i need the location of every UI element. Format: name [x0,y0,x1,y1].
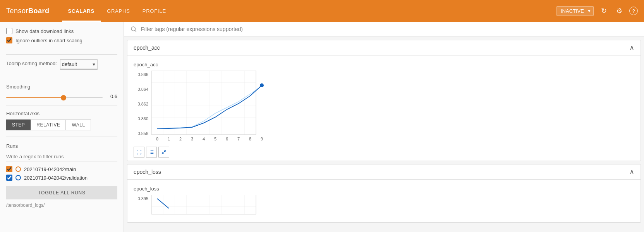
expand-chart-button[interactable] [134,147,144,158]
smoothing-label: Smoothing [6,84,117,90]
run-item-train: 20210719-042042/train [6,166,117,172]
y-label-4: 0.864 [137,87,148,92]
svg-rect-10 [151,195,256,214]
data-chart-button[interactable] [146,147,157,158]
y-label-2: 0.860 [137,116,148,121]
toggle-all-runs-button[interactable]: TOGGLE ALL RUNS [6,186,117,199]
end-dot [260,83,264,87]
show-download-checkbox[interactable] [6,28,12,34]
epoch-acc-section: epoch_acc ∧ epoch_acc 0.866 0.864 0.862 … [127,40,641,161]
x-label-0: 0 [156,137,158,141]
svg-line-1 [135,30,136,31]
show-download-label: Show data download links [15,28,74,34]
nav-profile[interactable]: PROFILE [136,0,172,22]
epoch-loss-collapse-button[interactable]: ∧ [629,168,634,175]
logs-path: /tensorboard_logs/ [6,203,117,208]
ignore-outliers-label: Ignore outliers in chart scaling [15,38,82,43]
divider-4 [6,137,117,137]
x-label-7: 7 [237,137,240,141]
axis-wall-button[interactable]: WALL [66,119,91,130]
x-label-1: 1 [168,137,170,141]
epoch-acc-chart-actions [134,147,631,158]
smoothing-section: Smoothing 0.6 [6,84,117,99]
epoch-acc-chart-area: 0.866 0.864 0.862 0.860 0.858 [134,71,631,144]
x-label-5: 5 [214,137,216,141]
logo: TensorBoard [6,7,50,15]
epoch-loss-svg [151,195,268,218]
y-label-3: 0.862 [137,102,148,106]
help-icon[interactable]: ? [629,7,638,15]
svg-point-0 [131,27,136,31]
epoch-acc-chart-container: epoch_acc 0.866 0.864 0.862 0.860 0.858 [127,55,641,161]
chart-svg-wrapper: 0 1 2 3 4 5 6 7 8 9 [151,71,268,144]
main-content: epoch_acc ∧ epoch_acc 0.866 0.864 0.862 … [124,22,644,232]
runs-header: Runs [6,143,117,149]
smoothing-slider-container [6,93,103,99]
x-label-4: 4 [203,137,205,141]
epoch-loss-title: epoch_loss [134,169,161,175]
x-label-8: 8 [249,137,251,141]
refresh-icon[interactable]: ↻ [598,5,609,16]
divider-1 [6,54,117,55]
y-axis-labels: 0.866 0.864 0.862 0.860 0.858 [134,71,150,144]
search-icon [130,26,137,33]
loss-y-axis: 0.395 [134,195,150,219]
x-label-9: 9 [261,137,263,141]
run-train-checkbox[interactable] [6,166,12,172]
y-label-5: 0.866 [137,72,148,77]
y-label-1: 0.858 [137,131,148,136]
status-select[interactable]: INACTIVE ACTIVE [556,6,594,16]
epoch-loss-section: epoch_loss ∧ epoch_loss 0.395 [127,164,641,223]
sidebar: Show data download links Ignore outliers… [0,22,124,232]
epoch-acc-title: epoch_acc [134,45,160,51]
run-validation-color [15,175,21,180]
runs-section: Runs 20210719-042042/train 20210719-0420… [6,143,117,208]
axis-relative-button[interactable]: RELATIVE [31,119,66,130]
ignore-outliers-checkbox[interactable] [6,37,12,43]
smoothing-row: 0.6 [6,93,117,99]
divider-2 [6,79,117,79]
smoothing-slider[interactable] [6,97,103,98]
epoch-loss-chart-area: 0.395 [134,195,631,219]
axis-button-group: STEP RELATIVE WALL [6,119,117,130]
nav-graphs[interactable]: GRAPHS [101,0,136,22]
divider-3 [6,106,117,106]
loss-y-label: 0.395 [137,196,148,201]
x-label-2: 2 [179,137,182,141]
run-train-color [15,166,21,172]
run-validation-checkbox[interactable] [6,175,12,181]
epoch-acc-chart-title: epoch_acc [134,62,631,68]
epoch-acc-collapse-button[interactable]: ∧ [629,44,634,51]
loss-svg-wrapper [151,195,268,219]
options-section: Show data download links Ignore outliers… [6,28,117,47]
tooltip-label: Tooltip sorting method: [6,61,57,66]
axis-label: Horizontal Axis [6,111,117,116]
axis-step-button[interactable]: STEP [6,119,31,130]
epoch-loss-chart-title: epoch_loss [134,186,631,192]
settings-icon[interactable]: ⚙ [614,5,625,16]
fit-chart-button[interactable] [158,147,169,158]
search-bar [124,22,644,37]
nav-scalars[interactable]: SCALARS [62,0,101,22]
app-layout: Show data download links Ignore outliers… [0,22,644,232]
run-train-label: 20210719-042042/train [24,166,76,172]
x-label-3: 3 [191,137,193,141]
epoch-acc-svg: 0 1 2 3 4 5 6 7 8 9 [151,71,268,142]
run-validation-label: 20210719-042042/validation [24,175,88,181]
axis-section: Horizontal Axis STEP RELATIVE WALL [6,111,117,130]
runs-filter-input[interactable] [6,152,117,161]
tooltip-row: Tooltip sorting method: default ascendin… [6,59,117,69]
show-download-row: Show data download links [6,28,117,34]
ignore-outliers-row: Ignore outliers in chart scaling [6,37,117,43]
epoch-loss-chart-container: epoch_loss 0.395 [127,180,641,222]
search-input[interactable] [141,26,638,32]
tooltip-section: Tooltip sorting method: default ascendin… [6,59,117,71]
header: TensorBoard SCALARS GRAPHS PROFILE INACT… [0,0,644,22]
epoch-loss-header: epoch_loss ∧ [127,164,641,180]
tooltip-select[interactable]: default ascending descending [60,59,98,69]
run-item-validation: 20210719-042042/validation [6,175,117,181]
epoch-acc-header: epoch_acc ∧ [127,40,641,55]
main-nav: SCALARS GRAPHS PROFILE [62,0,556,22]
header-right: INACTIVE ACTIVE ▼ ↻ ⚙ ? [556,5,638,16]
smoothing-value: 0.6 [106,93,117,99]
